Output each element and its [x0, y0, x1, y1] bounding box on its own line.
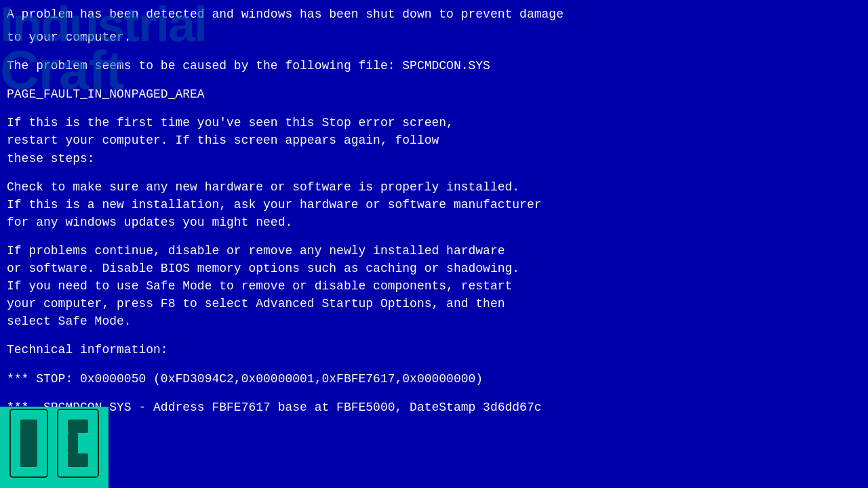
- svg-rect-3: [68, 420, 88, 433]
- svg-rect-1: [20, 420, 37, 467]
- logo-icon: [7, 406, 102, 481]
- bsod-line2: The problem seems to be caused by the fo…: [0, 52, 868, 80]
- svg-rect-5: [68, 433, 78, 453]
- bsod-line9: *** SPCMDCON.SYS - Address FBFE7617 base…: [0, 393, 868, 422]
- bsod-line5: Check to make sure any new hardware or s…: [0, 173, 868, 237]
- bsod-line1b: to your computer.: [0, 28, 868, 52]
- logo-box: [0, 407, 108, 488]
- bsod-line1: A problem has been detected and windows …: [0, 0, 868, 28]
- bsod-screen: A problem has been detected and windows …: [0, 0, 868, 422]
- bsod-line6: If problems continue, disable or remove …: [0, 237, 868, 336]
- bsod-line4: If this is the first time you've seen th…: [0, 108, 868, 172]
- bsod-line8: *** STOP: 0x0000050 (0xFD3094C2,0x000000…: [0, 365, 868, 393]
- bsod-line3: PAGE_FAULT_IN_NONPAGED_AREA: [0, 80, 868, 108]
- logo-text: [7, 406, 102, 489]
- bsod-line7: Technical information:: [0, 336, 868, 364]
- svg-rect-4: [68, 453, 88, 467]
